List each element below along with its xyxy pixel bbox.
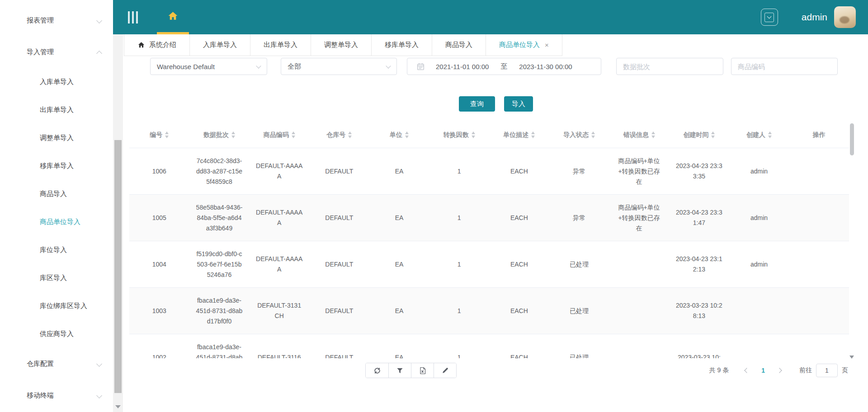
sidebar-item[interactable]: 导入管理 [0, 36, 113, 68]
sort-carets-icon[interactable] [768, 131, 772, 138]
chevron-icon [96, 393, 102, 398]
sort-carets-icon[interactable] [591, 131, 595, 138]
status-select[interactable]: 全部 [281, 58, 397, 75]
main-content: Warehouse Default 全部 2021-11-01 00:00 至 … [124, 56, 868, 412]
avatar[interactable] [834, 6, 856, 28]
cell-error-message: 商品编码+单位+转换因数已存在 [616, 156, 663, 187]
prev-page-button[interactable] [739, 369, 755, 372]
close-icon[interactable]: × [545, 41, 549, 49]
sidebar-item[interactable]: 仓库配置 [0, 348, 113, 379]
sidebar-scrollbar-thumb[interactable] [114, 140, 122, 393]
cell-product-code: DEFAULT-3116 [258, 352, 301, 359]
cell-unit-desc: EACH [510, 213, 528, 223]
sidebar-item[interactable]: 库位绑库区导入 [0, 292, 113, 320]
warehouse-select[interactable]: Warehouse Default [150, 58, 267, 75]
column-header[interactable]: 仓库号 [309, 131, 369, 139]
goto-page-input[interactable] [816, 364, 838, 377]
sidebar-item[interactable]: 报表管理 [0, 5, 113, 36]
tab-label: 调整单导入 [324, 41, 358, 49]
column-header[interactable]: 编号 [129, 131, 189, 139]
sort-carets-icon[interactable] [711, 131, 715, 138]
sort-carets-icon[interactable] [405, 131, 409, 138]
header-dropdown-button[interactable] [761, 9, 778, 26]
current-page-button[interactable]: 1 [755, 367, 771, 374]
data-table: 编号 数据批次 商品编码 仓库号 [129, 122, 849, 358]
sort-carets-icon[interactable] [292, 131, 295, 138]
cell-import-status: 已处理 [570, 306, 589, 316]
column-header[interactable]: 导入状态 [549, 131, 609, 139]
date-range-picker[interactable]: 2021-11-01 00:00 至 2023-11-30 00:00 [407, 58, 601, 75]
cell-conversion-factor: 1 [458, 213, 461, 223]
table-scrollbar[interactable] [849, 122, 855, 360]
scroll-down-arrow-icon[interactable] [849, 356, 854, 359]
column-header[interactable]: 操作 [789, 131, 849, 139]
sidebar-item[interactable]: 库位导入 [0, 236, 113, 264]
column-header[interactable]: 错误信息 [609, 131, 669, 139]
column-header-label: 错误信息 [623, 131, 649, 139]
page-tab[interactable]: 移库单导入 × [372, 34, 432, 56]
cell-unit-desc: EACH [510, 306, 528, 316]
column-header[interactable]: 商品编码 [249, 131, 309, 139]
cell-unit-desc: EACH [510, 259, 528, 270]
sort-carets-icon[interactable] [472, 131, 475, 138]
import-button[interactable]: 导入 [504, 96, 533, 112]
column-header[interactable]: 单位 [369, 131, 429, 139]
column-header[interactable]: 创建人 [729, 131, 789, 139]
table-scrollbar-thumb[interactable] [850, 123, 854, 155]
cell-unit: EA [395, 213, 404, 223]
collapse-menu-button[interactable] [128, 11, 138, 23]
sidebar-item[interactable]: 出库单导入 [0, 96, 113, 124]
sort-carets-icon[interactable] [348, 131, 352, 138]
sidebar-item-label: 仓库配置 [27, 360, 54, 368]
page-tab[interactable]: 出库单导入 × [250, 34, 311, 56]
sidebar-item[interactable]: 移库单导入 [0, 152, 113, 180]
edit-button[interactable] [434, 363, 456, 378]
scroll-down-arrow-icon[interactable] [115, 405, 121, 408]
sidebar-item[interactable]: 入库单导入 [0, 68, 113, 96]
sidebar-item[interactable]: 商品导入 [0, 180, 113, 208]
product-code-input[interactable] [731, 58, 838, 75]
filter-button[interactable] [388, 363, 411, 378]
column-header[interactable]: 单位描述 [489, 131, 549, 139]
sort-carets-icon[interactable] [231, 131, 235, 138]
query-button[interactable]: 查询 [459, 96, 495, 112]
username-label: admin [802, 12, 827, 23]
sort-carets-icon[interactable] [165, 131, 169, 138]
home-nav-item[interactable] [157, 0, 189, 34]
calendar-icon [416, 62, 425, 71]
sidebar-item[interactable]: 商品单位导入 [0, 208, 113, 236]
column-header[interactable]: 数据批次 [189, 131, 250, 139]
batch-input[interactable] [616, 58, 723, 75]
column-header-label: 导入状态 [563, 131, 589, 139]
sidebar-item[interactable]: 供应商导入 [0, 320, 113, 348]
page-tab[interactable]: 系统介绍 × [124, 34, 190, 56]
export-excel-button[interactable] [411, 363, 434, 378]
sort-carets-icon[interactable] [531, 131, 535, 138]
page-tab[interactable]: 商品单位导入 × [486, 34, 562, 56]
chevron-icon [96, 18, 102, 23]
tab-label: 商品单位导入 [499, 41, 540, 49]
sidebar-item-label: 报表管理 [27, 16, 54, 25]
sidebar-item[interactable]: 调整单导入 [0, 124, 113, 152]
date-start-value[interactable]: 2021-11-01 00:00 [436, 63, 489, 70]
column-header[interactable]: 创建时间 [669, 131, 729, 139]
table-row: 1002 fbaca1e9-da3e-451d-8731-d8abd17bf0f… [129, 334, 849, 358]
next-page-button[interactable] [771, 369, 788, 372]
column-header-label: 创建人 [746, 131, 765, 139]
refresh-button[interactable] [366, 363, 388, 378]
sidebar: 报表管理 导入管理 入库单导入 出库单导入 调整单导入 移库单导入 商品导入 [0, 0, 113, 412]
page-tab[interactable]: 商品导入 × [432, 34, 486, 56]
sort-carets-icon[interactable] [651, 131, 655, 138]
cell-import-status: 异常 [573, 166, 585, 177]
sidebar-scrollbar[interactable] [113, 34, 123, 412]
page-tab[interactable]: 入库单导入 × [190, 34, 250, 56]
sidebar-item[interactable]: 库区导入 [0, 264, 113, 292]
table-row: 1006 7c4c80c2-38d3-dd83-a287-c15e5f4859c… [129, 148, 849, 195]
sidebar-item[interactable]: 移动终端 [0, 379, 113, 411]
sidebar-item-label: 移动终端 [27, 391, 54, 400]
cell-id: 1006 [152, 166, 166, 177]
column-header[interactable]: 转换因数 [429, 131, 489, 139]
page-tab[interactable]: 调整单导入 × [311, 34, 372, 56]
date-end-value[interactable]: 2023-11-30 00:00 [519, 63, 572, 70]
top-bar: admin [113, 0, 868, 34]
